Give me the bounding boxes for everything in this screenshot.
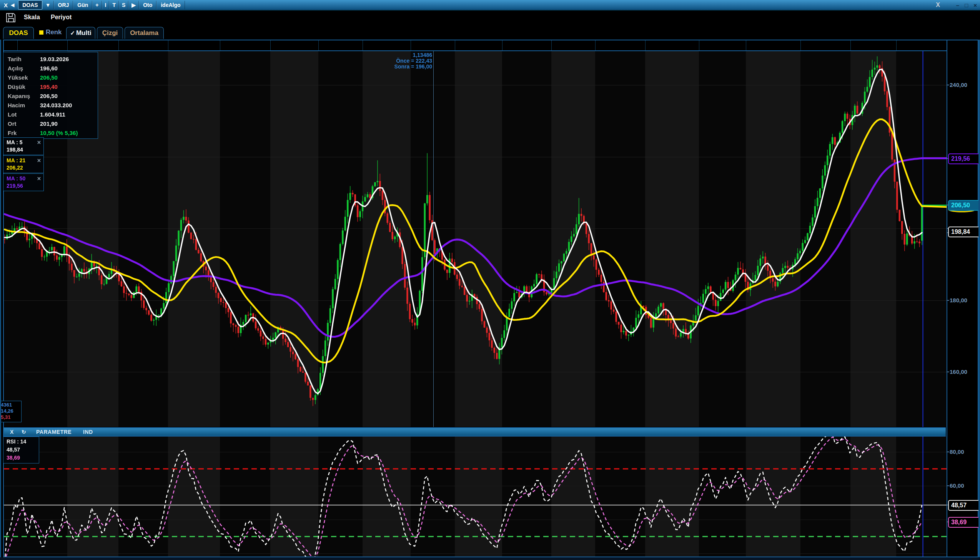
- ma21-name: MA : 21: [7, 157, 25, 163]
- info-label: Kapanış: [3, 93, 40, 99]
- ind-menu[interactable]: IND: [83, 429, 93, 435]
- plus-button[interactable]: +: [92, 1, 101, 9]
- ma50-legend-box: MA : 50 ✕ 219,56: [3, 173, 44, 191]
- checkmark-icon: ✓: [70, 30, 75, 37]
- info-label: Açılış: [3, 65, 40, 72]
- month-separator: [318, 40, 319, 50]
- month-separator: [67, 40, 68, 50]
- month-separator: [746, 40, 746, 50]
- info-label: Yüksek: [3, 74, 40, 81]
- info-value: 201,90: [40, 120, 58, 127]
- ma21-close-icon[interactable]: ✕: [37, 157, 41, 164]
- renk-label: Renk: [46, 28, 62, 36]
- menu-skala[interactable]: Skala: [24, 14, 40, 21]
- info-label: Ort: [3, 120, 40, 127]
- indicator-panel-header: X ↻ PARAMETRE IND: [4, 427, 946, 437]
- info-value: 196,60: [40, 65, 58, 72]
- price-tickmark: [947, 300, 949, 301]
- i-tool-button[interactable]: I: [102, 1, 110, 9]
- back-arrow-icon[interactable]: ◀: [11, 2, 14, 8]
- minimize-button[interactable]: –: [956, 2, 959, 8]
- info-value: 206,50: [40, 93, 58, 99]
- save-icon: [5, 12, 16, 23]
- month-separator: [645, 40, 646, 50]
- tab-oto[interactable]: Oto: [139, 1, 156, 9]
- symbol-dropdown-button[interactable]: ▼: [42, 1, 54, 9]
- info-value: 19.03.2026: [40, 56, 69, 62]
- s-tool-button[interactable]: S: [119, 1, 128, 9]
- quote-info-panel: Tarih19.03.2026 Açılış196,60 Yüksek206,5…: [3, 52, 98, 139]
- ma21-legend-box: MA : 21 ✕ 206,22: [3, 155, 44, 173]
- month-separator: [455, 40, 455, 50]
- month-separator: [551, 40, 552, 50]
- axis-box-last-price: 206,50: [948, 200, 980, 211]
- month-separator: [850, 40, 851, 50]
- ma50-name: MA : 50: [7, 175, 25, 182]
- color-swatch-icon: [39, 30, 43, 35]
- annotation-after: Sonra = 196,00: [366, 64, 432, 70]
- month-axis-header: [3, 40, 978, 51]
- info-label: Hacim: [3, 102, 40, 108]
- tab-ortalama[interactable]: Ortalama: [125, 27, 164, 39]
- clipped-indicator-labels: 04361 214,26 05,31: [0, 401, 22, 422]
- month-separator: [800, 40, 801, 50]
- rsi-panel-canvas[interactable]: [4, 436, 947, 557]
- tab-multi[interactable]: ✓ Multi: [66, 27, 95, 39]
- window-frame-bottom: [0, 557, 980, 560]
- price-tick: 180,00: [950, 297, 967, 303]
- tab-gun[interactable]: Gün: [73, 1, 92, 9]
- info-value: 324.033.200: [40, 102, 72, 108]
- window-frame-left: [0, 10, 1, 560]
- tab-orj[interactable]: ORJ: [54, 1, 73, 9]
- rsi-legend-box: RSI : 14 48,57 38,69: [3, 437, 39, 463]
- panel-close-button[interactable]: X: [4, 2, 8, 8]
- info-label: Tarih: [3, 56, 40, 62]
- month-separator: [363, 40, 363, 50]
- ma21-value: 206,22: [7, 164, 43, 172]
- symbol-tab-doas[interactable]: DOAS: [3, 27, 34, 39]
- ma50-value: 219,56: [7, 182, 43, 190]
- ma5-close-icon[interactable]: ✕: [37, 139, 41, 146]
- renk-toggle[interactable]: Renk: [39, 28, 62, 36]
- parametre-menu[interactable]: PARAMETRE: [36, 429, 72, 435]
- info-value: 206,50: [40, 74, 58, 81]
- main-chart-canvas[interactable]: [4, 51, 947, 427]
- axis-box-rsi-signal: 38,69: [948, 517, 980, 528]
- info-value: 10,50 (% 5,36): [40, 130, 78, 136]
- titlebar: X ◀ DOAS ▼ ORJ Gün + I T S ▶ Oto ideAlgo…: [0, 0, 980, 11]
- axis-box-ma50: 219,56: [948, 153, 980, 164]
- t-tool-button[interactable]: T: [109, 1, 119, 9]
- save-button[interactable]: [5, 12, 16, 23]
- info-label: Lot: [3, 111, 40, 118]
- rsi-tick: 80,00: [950, 448, 964, 455]
- month-separator: [270, 40, 271, 50]
- info-label: Düşük: [3, 83, 40, 90]
- forward-arrow-button[interactable]: ▶: [128, 1, 139, 9]
- month-separator: [17, 40, 18, 50]
- annotation-value: 1,13486: [366, 52, 432, 58]
- price-tick: 240,00: [950, 82, 967, 88]
- clipped-label: 214,26: [0, 408, 21, 414]
- refresh-icon[interactable]: ↻: [22, 429, 26, 435]
- indicator-close-button[interactable]: X: [10, 429, 13, 435]
- ma5-name: MA : 5: [7, 139, 22, 145]
- clipped-label: 04361: [0, 402, 21, 408]
- month-separator: [118, 40, 119, 50]
- menu-periyot[interactable]: Periyot: [51, 14, 72, 21]
- ma50-close-icon[interactable]: ✕: [37, 175, 41, 182]
- tab-idealgo[interactable]: ideAlgo: [156, 1, 185, 9]
- ma5-value: 198,84: [7, 146, 43, 153]
- close-button[interactable]: ×: [973, 2, 977, 8]
- tab-cizgi[interactable]: Çizgi: [97, 27, 123, 39]
- month-separator: [220, 40, 220, 50]
- maximize-button[interactable]: □: [965, 2, 968, 8]
- multi-label: Multi: [76, 29, 92, 37]
- rsi-tickmark: [947, 485, 949, 486]
- menu-toolbar: Skala Periyot: [0, 11, 980, 25]
- chart-tabbar: DOAS Renk ✓ Multi Çizgi Ortalama: [0, 25, 980, 40]
- detach-x-button[interactable]: X: [936, 2, 940, 8]
- month-separator: [595, 40, 596, 50]
- tab-doas[interactable]: DOAS: [18, 0, 42, 10]
- ma5-legend-box: MA : 5 ✕ 198,84: [3, 137, 44, 155]
- rsi-signal-value: 38,69: [7, 454, 39, 462]
